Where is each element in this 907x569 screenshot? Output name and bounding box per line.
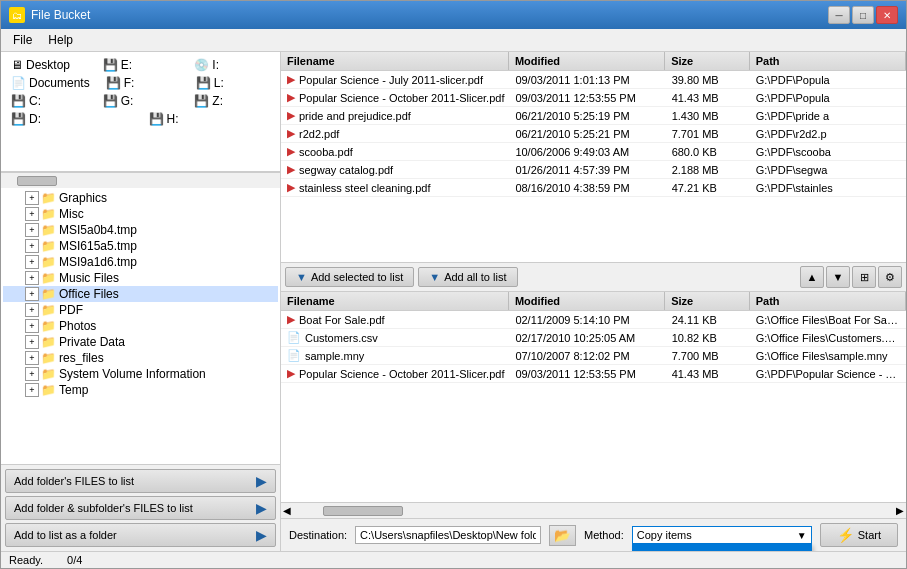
drive-d[interactable]: 💾 D:	[7, 111, 137, 127]
folder-icon: 📁	[41, 255, 56, 269]
drive-g[interactable]: 💾 G:	[99, 93, 183, 109]
table-row[interactable]: ▶ segway catalog.pdf 01/26/2011 4:57:39 …	[281, 161, 906, 179]
tree-item-photos[interactable]: + 📁 Photos	[3, 318, 278, 334]
drive-i[interactable]: 💿 I:	[190, 57, 274, 73]
maximize-button[interactable]: □	[852, 6, 874, 24]
table-row[interactable]: ▶ Popular Science - October 2011-Slicer.…	[281, 89, 906, 107]
scroll-right-btn[interactable]: ▶	[894, 505, 906, 516]
add-selected-button[interactable]: ▼ Add selected to list	[285, 267, 414, 287]
settings-button[interactable]: ⚙	[878, 266, 902, 288]
header-size[interactable]: Size	[665, 52, 750, 70]
add-as-folder-button[interactable]: Add to list as a folder ▶	[5, 523, 276, 547]
pdf-icon: ▶	[287, 127, 295, 140]
drive-e[interactable]: 💾 E:	[99, 57, 183, 73]
table-row[interactable]: ▶ stainless steel cleaning.pdf 08/16/201…	[281, 179, 906, 197]
bottom-list-body[interactable]: ▶ Boat For Sale.pdf 02/11/2009 5:14:10 P…	[281, 311, 906, 502]
drive-l[interactable]: 💾 L:	[192, 75, 274, 91]
tree-item-music[interactable]: + 📁 Music Files	[3, 270, 278, 286]
drive-scrollbar[interactable]	[1, 172, 280, 188]
tree-item-msi2[interactable]: + 📁 MSI615a5.tmp	[3, 238, 278, 254]
expand-msi2[interactable]: +	[25, 239, 39, 253]
bottom-header-path[interactable]: Path	[750, 292, 906, 310]
dropdown-arrow-icon: ▼	[797, 530, 807, 541]
table-row[interactable]: ▶ r2d2.pdf 06/21/2010 5:25:21 PM 7.701 M…	[281, 125, 906, 143]
drive-c[interactable]: 💾 C:	[7, 93, 91, 109]
tree-item-sysvolinfo[interactable]: + 📁 System Volume Information	[3, 366, 278, 382]
pdf-icon: ▶	[287, 313, 295, 326]
move-up-button[interactable]: ▲	[800, 266, 824, 288]
expand-temp[interactable]: +	[25, 383, 39, 397]
tree-item-temp[interactable]: + 📁 Temp	[3, 382, 278, 398]
expand-pdf[interactable]: +	[25, 303, 39, 317]
tree-item-office[interactable]: + 📁 Office Files	[3, 286, 278, 302]
left-panel: 🖥 Desktop 💾 E: 💿 I: 📄 Docume	[1, 52, 281, 551]
browse-button[interactable]: 📂	[549, 525, 576, 546]
expand-office[interactable]: +	[25, 287, 39, 301]
drive-i-icon: 💿	[194, 58, 209, 72]
add-folder-files-button[interactable]: Add folder's FILES to list ▶	[5, 469, 276, 493]
drive-scrollbar-thumb	[17, 176, 57, 186]
header-modified[interactable]: Modified	[509, 52, 665, 70]
expand-photos[interactable]: +	[25, 319, 39, 333]
table-row[interactable]: ▶ Boat For Sale.pdf 02/11/2009 5:14:10 P…	[281, 311, 906, 329]
tree-item-private[interactable]: + 📁 Private Data	[3, 334, 278, 350]
close-button[interactable]: ✕	[876, 6, 898, 24]
drive-z[interactable]: 💾 Z:	[190, 93, 274, 109]
window-title: File Bucket	[31, 8, 90, 22]
method-dropdown: Copy items Move items Delete items to Re…	[632, 544, 812, 551]
table-row[interactable]: ▶ scooba.pdf 10/06/2006 9:49:03 AM 680.0…	[281, 143, 906, 161]
table-row[interactable]: 📄 sample.mny 07/10/2007 8:12:02 PM 7.700…	[281, 347, 906, 365]
bottom-list-scrollbar[interactable]: ◀ ▶	[281, 502, 906, 518]
expand-graphics[interactable]: +	[25, 191, 39, 205]
table-row[interactable]: ▶ pride and prejudice.pdf 06/21/2010 5:2…	[281, 107, 906, 125]
file-tree[interactable]: + 📁 Graphics + 📁 Misc + 📁 MSI5a0b4.tmp	[1, 188, 280, 464]
add-subfolder-files-button[interactable]: Add folder & subfolder's FILES to list ▶	[5, 496, 276, 520]
pdf-icon: ▶	[287, 73, 295, 86]
menu-file[interactable]: File	[5, 31, 40, 49]
folder-icon: 📁	[41, 383, 56, 397]
header-filename[interactable]: Filename	[281, 52, 509, 70]
expand-res[interactable]: +	[25, 351, 39, 365]
expand-msi3[interactable]: +	[25, 255, 39, 269]
drive-f[interactable]: 💾 F:	[102, 75, 184, 91]
status-bar: Ready. 0/4	[1, 551, 906, 568]
destination-label: Destination:	[289, 529, 347, 541]
top-list-body[interactable]: ▶ Popular Science - July 2011-slicer.pdf…	[281, 71, 906, 262]
expand-msi1[interactable]: +	[25, 223, 39, 237]
table-row[interactable]: 📄 Customers.csv 02/17/2010 10:25:05 AM 1…	[281, 329, 906, 347]
table-row[interactable]: ▶ Popular Science - October 2011-Slicer.…	[281, 365, 906, 383]
dropdown-item-copy[interactable]: Copy items	[633, 545, 811, 551]
bottom-list-header: Filename Modified Size Path	[281, 292, 906, 311]
tree-item-graphics[interactable]: + 📁 Graphics	[3, 190, 278, 206]
start-button[interactable]: ⚡ Start	[820, 523, 898, 547]
expand-private[interactable]: +	[25, 335, 39, 349]
drive-h[interactable]: 💾 H:	[145, 111, 275, 127]
tree-item-msi1[interactable]: + 📁 MSI5a0b4.tmp	[3, 222, 278, 238]
scroll-left-btn[interactable]: ◀	[281, 505, 293, 516]
bottom-header-modified[interactable]: Modified	[509, 292, 665, 310]
tree-item-pdf[interactable]: + 📁 PDF	[3, 302, 278, 318]
expand-sysvolinfo[interactable]: +	[25, 367, 39, 381]
table-row[interactable]: ▶ Popular Science - July 2011-slicer.pdf…	[281, 71, 906, 89]
tree-item-msi3[interactable]: + 📁 MSI9a1d6.tmp	[3, 254, 278, 270]
grid-button[interactable]: ⊞	[852, 266, 876, 288]
expand-music[interactable]: +	[25, 271, 39, 285]
expand-misc[interactable]: +	[25, 207, 39, 221]
add-all-button[interactable]: ▼ Add all to list	[418, 267, 517, 287]
mny-icon: 📄	[287, 349, 301, 362]
documents-icon: 📄	[11, 76, 26, 90]
menu-help[interactable]: Help	[40, 31, 81, 49]
tree-item-res[interactable]: + 📁 res_files	[3, 350, 278, 366]
method-select[interactable]: Copy items ▼	[632, 526, 812, 544]
drive-documents[interactable]: 📄 Documents	[7, 75, 94, 91]
minimize-button[interactable]: ─	[828, 6, 850, 24]
header-path[interactable]: Path	[750, 52, 906, 70]
drive-desktop[interactable]: 🖥 Desktop	[7, 57, 91, 73]
tree-item-misc[interactable]: + 📁 Misc	[3, 206, 278, 222]
arrow-icon: ▶	[256, 473, 267, 489]
bottom-header-size[interactable]: Size	[665, 292, 750, 310]
move-down-button[interactable]: ▼	[826, 266, 850, 288]
bottom-header-filename[interactable]: Filename	[281, 292, 509, 310]
destination-input[interactable]	[355, 526, 541, 544]
menu-bar: File Help	[1, 29, 906, 52]
